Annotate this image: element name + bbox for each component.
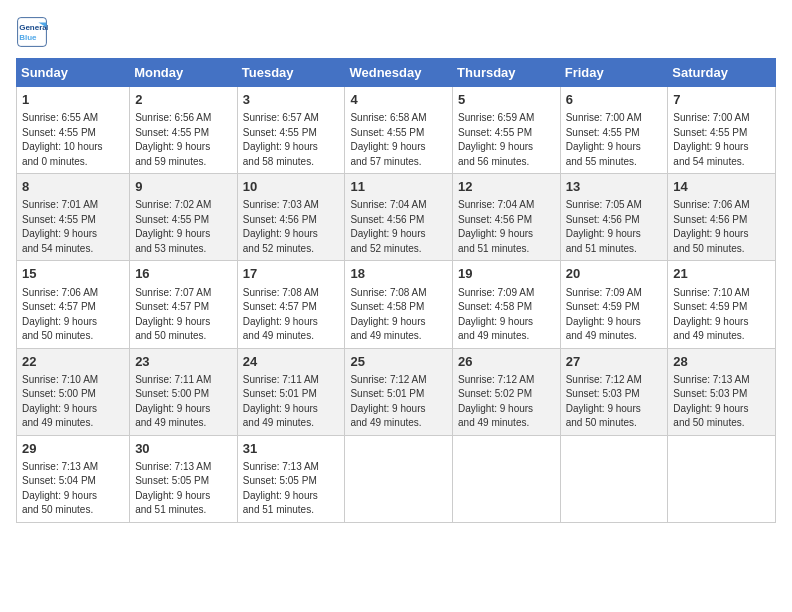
day-cell: 14Sunrise: 7:06 AMSunset: 4:56 PMDayligh…	[668, 174, 776, 261]
day-info: Sunrise: 7:06 AMSunset: 4:56 PMDaylight:…	[673, 198, 770, 256]
day-info: Sunrise: 7:13 AMSunset: 5:03 PMDaylight:…	[673, 373, 770, 431]
header-row: SundayMondayTuesdayWednesdayThursdayFrid…	[17, 59, 776, 87]
header-cell-monday: Monday	[130, 59, 238, 87]
day-info: Sunrise: 7:04 AMSunset: 4:56 PMDaylight:…	[350, 198, 447, 256]
day-cell: 17Sunrise: 7:08 AMSunset: 4:57 PMDayligh…	[237, 261, 345, 348]
header-cell-tuesday: Tuesday	[237, 59, 345, 87]
day-cell: 7Sunrise: 7:00 AMSunset: 4:55 PMDaylight…	[668, 87, 776, 174]
day-cell: 11Sunrise: 7:04 AMSunset: 4:56 PMDayligh…	[345, 174, 453, 261]
calendar-table: SundayMondayTuesdayWednesdayThursdayFrid…	[16, 58, 776, 523]
day-cell: 3Sunrise: 6:57 AMSunset: 4:55 PMDaylight…	[237, 87, 345, 174]
day-number: 6	[566, 91, 663, 109]
day-info: Sunrise: 7:00 AMSunset: 4:55 PMDaylight:…	[566, 111, 663, 169]
day-cell: 29Sunrise: 7:13 AMSunset: 5:04 PMDayligh…	[17, 435, 130, 522]
day-number: 1	[22, 91, 124, 109]
day-info: Sunrise: 7:10 AMSunset: 5:00 PMDaylight:…	[22, 373, 124, 431]
day-info: Sunrise: 7:12 AMSunset: 5:01 PMDaylight:…	[350, 373, 447, 431]
day-cell: 31Sunrise: 7:13 AMSunset: 5:05 PMDayligh…	[237, 435, 345, 522]
day-number: 15	[22, 265, 124, 283]
day-number: 5	[458, 91, 555, 109]
header-cell-sunday: Sunday	[17, 59, 130, 87]
day-info: Sunrise: 7:06 AMSunset: 4:57 PMDaylight:…	[22, 286, 124, 344]
day-info: Sunrise: 7:11 AMSunset: 5:01 PMDaylight:…	[243, 373, 340, 431]
day-number: 13	[566, 178, 663, 196]
day-number: 20	[566, 265, 663, 283]
calendar-body: 1Sunrise: 6:55 AMSunset: 4:55 PMDaylight…	[17, 87, 776, 523]
day-info: Sunrise: 7:02 AMSunset: 4:55 PMDaylight:…	[135, 198, 232, 256]
day-cell: 8Sunrise: 7:01 AMSunset: 4:55 PMDaylight…	[17, 174, 130, 261]
day-cell: 2Sunrise: 6:56 AMSunset: 4:55 PMDaylight…	[130, 87, 238, 174]
day-number: 7	[673, 91, 770, 109]
day-cell: 9Sunrise: 7:02 AMSunset: 4:55 PMDaylight…	[130, 174, 238, 261]
week-row-2: 8Sunrise: 7:01 AMSunset: 4:55 PMDaylight…	[17, 174, 776, 261]
day-cell: 10Sunrise: 7:03 AMSunset: 4:56 PMDayligh…	[237, 174, 345, 261]
day-number: 22	[22, 353, 124, 371]
day-info: Sunrise: 7:00 AMSunset: 4:55 PMDaylight:…	[673, 111, 770, 169]
day-number: 17	[243, 265, 340, 283]
day-cell: 6Sunrise: 7:00 AMSunset: 4:55 PMDaylight…	[560, 87, 668, 174]
header-cell-thursday: Thursday	[453, 59, 561, 87]
day-cell: 1Sunrise: 6:55 AMSunset: 4:55 PMDaylight…	[17, 87, 130, 174]
day-cell: 25Sunrise: 7:12 AMSunset: 5:01 PMDayligh…	[345, 348, 453, 435]
day-number: 26	[458, 353, 555, 371]
day-number: 30	[135, 440, 232, 458]
day-info: Sunrise: 7:08 AMSunset: 4:58 PMDaylight:…	[350, 286, 447, 344]
day-cell: 30Sunrise: 7:13 AMSunset: 5:05 PMDayligh…	[130, 435, 238, 522]
day-info: Sunrise: 6:59 AMSunset: 4:55 PMDaylight:…	[458, 111, 555, 169]
page-header: General Blue	[16, 16, 776, 48]
header-cell-wednesday: Wednesday	[345, 59, 453, 87]
day-number: 24	[243, 353, 340, 371]
day-info: Sunrise: 7:09 AMSunset: 4:59 PMDaylight:…	[566, 286, 663, 344]
day-info: Sunrise: 7:11 AMSunset: 5:00 PMDaylight:…	[135, 373, 232, 431]
day-number: 25	[350, 353, 447, 371]
day-info: Sunrise: 7:05 AMSunset: 4:56 PMDaylight:…	[566, 198, 663, 256]
day-cell: 13Sunrise: 7:05 AMSunset: 4:56 PMDayligh…	[560, 174, 668, 261]
day-number: 12	[458, 178, 555, 196]
day-cell: 27Sunrise: 7:12 AMSunset: 5:03 PMDayligh…	[560, 348, 668, 435]
day-number: 18	[350, 265, 447, 283]
day-number: 16	[135, 265, 232, 283]
day-number: 4	[350, 91, 447, 109]
logo-icon: General Blue	[16, 16, 48, 48]
day-cell	[560, 435, 668, 522]
day-info: Sunrise: 7:12 AMSunset: 5:03 PMDaylight:…	[566, 373, 663, 431]
day-info: Sunrise: 7:10 AMSunset: 4:59 PMDaylight:…	[673, 286, 770, 344]
day-number: 10	[243, 178, 340, 196]
day-info: Sunrise: 7:04 AMSunset: 4:56 PMDaylight:…	[458, 198, 555, 256]
day-cell: 5Sunrise: 6:59 AMSunset: 4:55 PMDaylight…	[453, 87, 561, 174]
day-number: 9	[135, 178, 232, 196]
day-number: 29	[22, 440, 124, 458]
day-cell: 20Sunrise: 7:09 AMSunset: 4:59 PMDayligh…	[560, 261, 668, 348]
day-number: 28	[673, 353, 770, 371]
day-info: Sunrise: 7:13 AMSunset: 5:05 PMDaylight:…	[135, 460, 232, 518]
day-cell: 26Sunrise: 7:12 AMSunset: 5:02 PMDayligh…	[453, 348, 561, 435]
day-number: 21	[673, 265, 770, 283]
day-info: Sunrise: 7:08 AMSunset: 4:57 PMDaylight:…	[243, 286, 340, 344]
day-number: 31	[243, 440, 340, 458]
day-info: Sunrise: 6:57 AMSunset: 4:55 PMDaylight:…	[243, 111, 340, 169]
week-row-3: 15Sunrise: 7:06 AMSunset: 4:57 PMDayligh…	[17, 261, 776, 348]
day-cell: 22Sunrise: 7:10 AMSunset: 5:00 PMDayligh…	[17, 348, 130, 435]
logo: General Blue	[16, 16, 52, 48]
day-number: 23	[135, 353, 232, 371]
day-info: Sunrise: 7:13 AMSunset: 5:05 PMDaylight:…	[243, 460, 340, 518]
day-cell: 23Sunrise: 7:11 AMSunset: 5:00 PMDayligh…	[130, 348, 238, 435]
day-info: Sunrise: 6:55 AMSunset: 4:55 PMDaylight:…	[22, 111, 124, 169]
day-cell: 15Sunrise: 7:06 AMSunset: 4:57 PMDayligh…	[17, 261, 130, 348]
week-row-4: 22Sunrise: 7:10 AMSunset: 5:00 PMDayligh…	[17, 348, 776, 435]
day-info: Sunrise: 7:12 AMSunset: 5:02 PMDaylight:…	[458, 373, 555, 431]
day-cell	[453, 435, 561, 522]
day-cell: 19Sunrise: 7:09 AMSunset: 4:58 PMDayligh…	[453, 261, 561, 348]
day-cell	[668, 435, 776, 522]
day-info: Sunrise: 6:58 AMSunset: 4:55 PMDaylight:…	[350, 111, 447, 169]
day-number: 19	[458, 265, 555, 283]
day-number: 2	[135, 91, 232, 109]
day-info: Sunrise: 6:56 AMSunset: 4:55 PMDaylight:…	[135, 111, 232, 169]
day-number: 11	[350, 178, 447, 196]
day-info: Sunrise: 7:07 AMSunset: 4:57 PMDaylight:…	[135, 286, 232, 344]
day-number: 8	[22, 178, 124, 196]
day-info: Sunrise: 7:13 AMSunset: 5:04 PMDaylight:…	[22, 460, 124, 518]
calendar-header: SundayMondayTuesdayWednesdayThursdayFrid…	[17, 59, 776, 87]
day-number: 3	[243, 91, 340, 109]
svg-text:Blue: Blue	[19, 33, 37, 42]
